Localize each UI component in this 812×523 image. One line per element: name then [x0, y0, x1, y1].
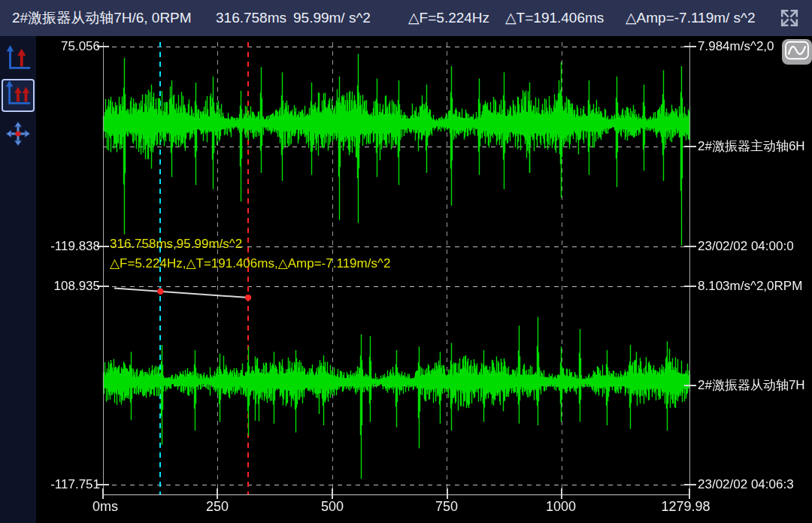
ch2-timestamp-label: 23/02/02 04:06:3	[698, 476, 794, 493]
waveform-mode-button[interactable]	[782, 39, 812, 65]
cursor-time-readout: 316.758ms	[216, 0, 286, 36]
x-tick	[447, 488, 448, 499]
x-label-500: 500	[321, 499, 344, 515]
y-tick	[684, 46, 696, 47]
waveform-plot-area: 75.056 -119.838 108.935 -117.751 7.984m/…	[36, 36, 812, 523]
x-tick	[561, 488, 562, 499]
dual-cursor-icon	[4, 80, 32, 111]
delta-time-readout: △T=191.406ms	[505, 0, 604, 36]
x-tick	[332, 488, 333, 499]
x-tick	[217, 488, 218, 499]
cursor-amplitude-readout: 95.99m/ s^2	[293, 0, 371, 36]
ch1-amplitude-label: 7.984m/s^2,0	[698, 38, 774, 55]
y-tick	[684, 286, 696, 287]
y-tick	[684, 246, 696, 247]
pan-move-icon	[5, 121, 31, 150]
annotation-line2: △F=5.224Hz,△T=191.406ms,△Amp=-7.119m/s^2	[110, 254, 390, 274]
vibration-analysis-app: 2#激振器从动轴7H/6, 0RPM 316.758ms 95.99m/ s^2…	[0, 0, 812, 523]
x-tick	[689, 488, 690, 499]
ch1-timestamp-label: 23/02/02 04:00:0	[698, 238, 794, 255]
single-cursor-icon	[4, 44, 32, 76]
axis-border-right	[689, 42, 690, 494]
axis-border-left	[103, 42, 104, 494]
ch2-name-label: 2#激振器从动轴7H	[698, 377, 805, 394]
y-min-label-ch2: -117.751	[36, 476, 100, 493]
y-max-label-ch1: 75.056	[36, 38, 100, 55]
y-tick	[684, 385, 696, 386]
delta-frequency-readout: △F=5.224Hz	[408, 0, 489, 36]
tool-sidebar	[0, 36, 36, 523]
x-label-750: 750	[435, 499, 458, 515]
fullscreen-expand-icon[interactable]	[778, 7, 801, 29]
axis-border-bottom	[103, 494, 690, 495]
x-tick	[102, 488, 104, 499]
channel-title: 2#激振器从动轴7H/6, 0RPM	[12, 0, 192, 36]
header-bar: 2#激振器从动轴7H/6, 0RPM 316.758ms 95.99m/ s^2…	[0, 0, 812, 36]
ch2-amplitude-label: 8.103m/s^2,0RPM	[698, 278, 802, 295]
delta-amplitude-readout: △Amp=-7.119m/ s^2	[626, 0, 756, 36]
dual-cursor-tool-button[interactable]	[2, 79, 35, 112]
single-cursor-tool-button[interactable]	[2, 44, 35, 77]
x-label-250: 250	[206, 499, 229, 515]
x-label-1000: 1000	[546, 499, 576, 515]
y-tick	[684, 146, 696, 147]
annotation-line1: 316.758ms,95.99m/s^2	[110, 234, 390, 254]
y-min-label-ch1: -119.838	[36, 238, 100, 255]
x-label-0ms: 0ms	[92, 499, 118, 515]
sine-wave-icon	[784, 40, 810, 64]
x-label-end: 1279.98	[661, 499, 710, 515]
y-max-label-ch2: 108.935	[36, 278, 100, 295]
y-tick	[684, 484, 696, 485]
pan-tool-button[interactable]	[2, 119, 35, 152]
waveform-canvas[interactable]	[36, 36, 812, 523]
cursor-annotation: 316.758ms,95.99m/s^2 △F=5.224Hz,△T=191.4…	[110, 234, 390, 274]
ch1-name-label: 2#激振器主动轴6H	[698, 138, 805, 155]
